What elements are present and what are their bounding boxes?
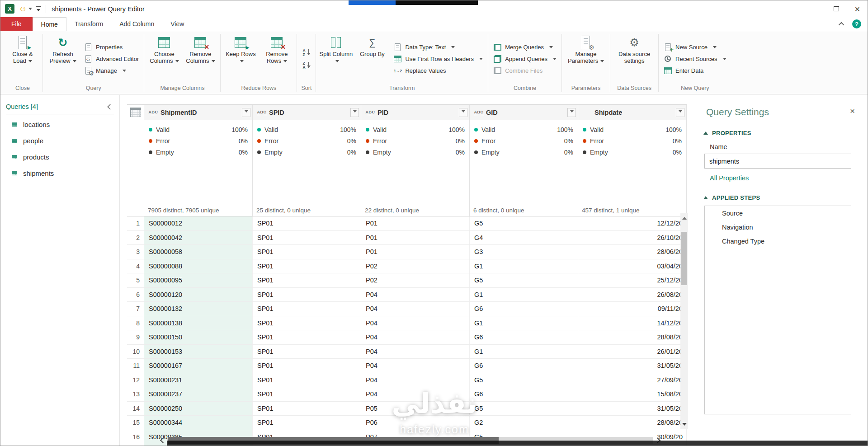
cell-shipdate[interactable]: 28/06/20 (578, 245, 687, 259)
vertical-scrollbar-thumb[interactable] (681, 232, 687, 285)
quick-access-toolbar-icon[interactable] (36, 6, 41, 12)
table-row[interactable]: 11 S00000167 SP01 P04 G6 31/05/20 (127, 359, 687, 373)
column-header[interactable]: ABC ShipmentID (144, 105, 252, 120)
table-row[interactable]: 1 S00000012 SP01 P01 G5 12/12/20 (127, 216, 687, 231)
cell-gid[interactable]: G1 (470, 345, 578, 359)
cell-shipdate[interactable]: 31/05/20 (578, 359, 687, 373)
cell-gid[interactable]: G1 (470, 288, 578, 302)
query-name-input[interactable] (704, 154, 851, 169)
cell-shipmentid[interactable]: S00000150 (144, 330, 253, 344)
cell-spid[interactable]: SP01 (253, 373, 361, 387)
cell-gid[interactable]: G5 (470, 216, 578, 230)
column-header[interactable]: ABC PID (361, 105, 469, 120)
column-type-icon[interactable]: ABC (473, 110, 484, 115)
cell-spid[interactable]: SP01 (253, 330, 361, 344)
sort-descending-button[interactable]: ZA (300, 60, 312, 70)
scroll-down-arrow[interactable] (680, 422, 688, 429)
applied-step[interactable]: Source (705, 206, 851, 220)
choose-columns-button[interactable]: Choose Columns (146, 33, 182, 85)
cell-gid[interactable]: G4 (470, 231, 578, 245)
scroll-up-arrow[interactable] (680, 213, 688, 221)
collapse-queries-pane-icon[interactable] (107, 104, 113, 110)
use-first-row-as-headers-button[interactable]: Use First Row as Headers (392, 54, 485, 64)
table-row[interactable]: 9 S00000150 SP01 P04 G6 28/08/20 (127, 330, 687, 345)
cell-gid[interactable]: G6 (470, 330, 578, 344)
merge-queries-button[interactable]: Merge Queries (491, 42, 558, 52)
cell-shipdate[interactable]: 26/10/20 (578, 231, 687, 245)
column-histogram[interactable] (473, 161, 574, 204)
column-header[interactable]: Shipdate (578, 105, 686, 120)
cell-pid[interactable]: P02 (361, 259, 470, 273)
group-by-button[interactable]: Group By (354, 33, 390, 85)
cell-gid[interactable]: G6 (470, 302, 578, 316)
close-window-button[interactable] (847, 0, 868, 17)
replace-values-button[interactable]: Replace Values (392, 66, 485, 75)
cell-gid[interactable]: G6 (470, 359, 578, 373)
column-histogram[interactable] (365, 161, 466, 204)
cell-pid[interactable]: P04 (361, 345, 470, 359)
cell-pid[interactable]: P05 (361, 402, 470, 416)
tab-home[interactable]: Home (33, 17, 66, 31)
cell-spid[interactable]: SP01 (253, 273, 361, 287)
help-icon[interactable] (852, 19, 861, 28)
column-type-icon[interactable]: ABC (148, 110, 159, 115)
cell-spid[interactable]: SP01 (253, 231, 361, 245)
cell-shipdate[interactable]: 25/12/20 (578, 273, 687, 287)
column-type-icon[interactable]: ABC (365, 110, 376, 115)
cell-shipdate[interactable]: 27/09/20 (578, 373, 687, 387)
row-number[interactable]: 3 (127, 245, 144, 259)
cell-shipdate[interactable]: 28/08/20 (578, 330, 687, 344)
cell-shipmentid[interactable]: S00000120 (144, 288, 253, 302)
column-header[interactable]: ABC GID (470, 105, 578, 120)
table-menu-button[interactable] (130, 108, 141, 117)
cell-spid[interactable]: SP01 (253, 359, 361, 373)
query-list-item[interactable]: shipments (0, 165, 119, 181)
row-number[interactable]: 5 (127, 273, 144, 287)
cell-spid[interactable]: SP01 (253, 316, 361, 330)
cell-shipdate[interactable]: 12/12/20 (578, 216, 687, 230)
column-filter-button[interactable] (459, 108, 467, 117)
append-queries-button[interactable]: Append Queries (491, 54, 558, 64)
keep-rows-button[interactable]: Keep Rows (223, 33, 258, 85)
column-histogram[interactable] (148, 161, 249, 204)
all-properties-link[interactable]: All Properties (710, 174, 749, 182)
collapse-ribbon-icon[interactable] (839, 22, 844, 28)
advanced-editor-button[interactable]: Advanced Editor (82, 54, 141, 64)
cell-spid[interactable]: SP01 (253, 245, 361, 259)
query-list-item[interactable]: locations (0, 116, 119, 132)
cell-shipmentid[interactable]: S00000231 (144, 373, 253, 387)
cell-pid[interactable]: P04 (361, 302, 470, 316)
tab-transform[interactable]: Transform (66, 17, 111, 31)
cell-pid[interactable]: P04 (361, 359, 470, 373)
cell-spid[interactable]: SP01 (253, 259, 361, 273)
cell-pid[interactable]: P04 (361, 387, 470, 401)
cell-gid[interactable]: G6 (470, 387, 578, 401)
properties-button[interactable]: Properties (82, 42, 141, 52)
new-source-button[interactable]: New Source (662, 42, 728, 52)
table-row[interactable]: 15 S00000344 SP01 P06 G2 28/08/20 (127, 416, 687, 430)
cell-spid[interactable]: SP01 (253, 345, 361, 359)
row-number[interactable]: 11 (127, 359, 144, 373)
data-source-settings-button[interactable]: Data source settings (613, 33, 656, 85)
data-type-button[interactable]: Data Type: Text (392, 42, 485, 52)
query-list-item[interactable]: people (0, 132, 119, 149)
tab-add-column[interactable]: Add Column (111, 17, 162, 31)
restore-window-button[interactable] (826, 0, 847, 17)
cell-spid[interactable]: SP01 (253, 402, 361, 416)
table-row[interactable]: 5 S00000095 SP01 P02 G5 25/12/20 (127, 273, 687, 288)
split-column-button[interactable]: Split Column (318, 33, 354, 85)
cell-pid[interactable]: P01 (361, 216, 470, 230)
row-number[interactable]: 2 (127, 231, 144, 245)
cell-shipmentid[interactable]: S00000250 (144, 402, 253, 416)
cell-gid[interactable]: G5 (470, 373, 578, 387)
cell-gid[interactable]: G1 (470, 259, 578, 273)
cell-spid[interactable]: SP01 (253, 387, 361, 401)
row-number[interactable]: 10 (127, 345, 144, 359)
cell-shipdate[interactable]: 26/01/20 (578, 345, 687, 359)
feedback-smiley-icon[interactable] (19, 5, 27, 13)
row-number[interactable]: 9 (127, 330, 144, 344)
cell-shipdate[interactable]: 03/04/20 (578, 259, 687, 273)
column-histogram[interactable] (256, 161, 357, 204)
cell-pid[interactable]: P04 (361, 330, 470, 344)
cell-pid[interactable]: P01 (361, 231, 470, 245)
